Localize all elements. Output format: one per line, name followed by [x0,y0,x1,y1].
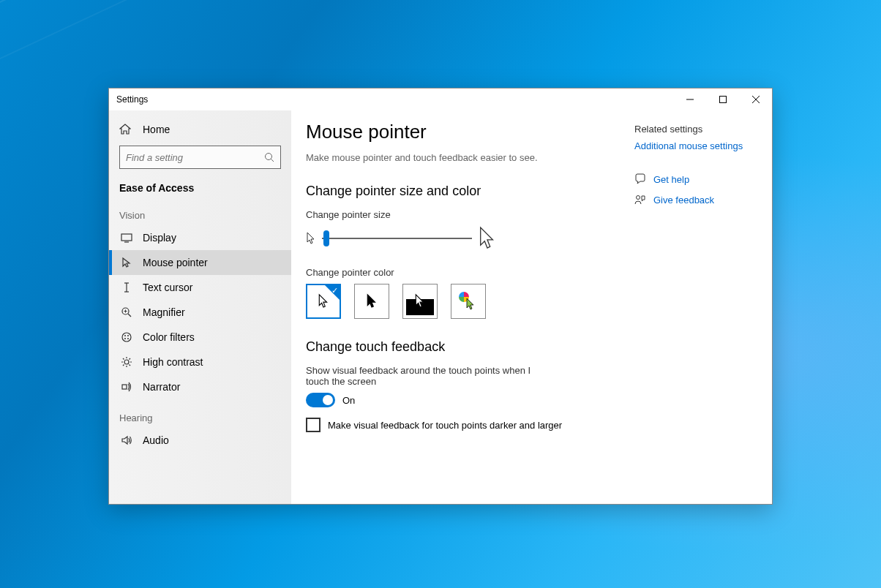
color-filters-icon [119,331,134,343]
home-icon [119,124,134,135]
svg-line-27 [123,365,124,366]
pointer-color-inverted[interactable] [402,284,438,319]
magnifier-icon [119,306,134,318]
pointer-size-slider[interactable] [322,238,472,239]
svg-line-12 [128,314,131,317]
checkbox-label: Make visual feedback for touch points da… [328,420,562,431]
svg-point-17 [127,335,129,336]
sidebar: Home Ease of Access Vision Display [109,110,291,504]
search-icon [264,152,274,162]
group-vision: Vision [109,197,291,225]
nav-label: Narrator [143,381,180,393]
svg-line-26 [130,365,131,366]
pointer-color-options: ✓ [306,284,611,319]
page-description: Make mouse pointer and touch feedback ea… [306,152,611,163]
nav-label: Color filters [143,331,195,343]
pointer-color-label: Change pointer color [306,267,611,278]
check-icon: ✓ [331,286,338,295]
svg-point-15 [122,333,131,342]
svg-rect-29 [122,385,127,389]
nav-label: High contrast [143,356,203,368]
pointer-size-label: Change pointer size [306,209,611,220]
nav-label: Magnifier [143,306,185,318]
touch-feedback-toggle[interactable] [306,393,335,407]
svg-line-25 [123,358,124,360]
search-input[interactable] [126,152,264,163]
svg-point-19 [127,338,129,339]
help-icon [634,173,646,185]
home-nav[interactable]: Home [109,118,291,141]
nav-label: Mouse pointer [143,257,208,268]
titlebar: Settings [109,88,772,110]
pointer-color-custom[interactable] [451,284,486,319]
additional-mouse-settings-link[interactable]: Additional mouse settings [634,140,763,151]
pointer-color-white[interactable]: ✓ [306,284,341,319]
window-controls [673,88,772,110]
page-title: Mouse pointer [306,121,611,143]
nav-high-contrast[interactable]: High contrast [109,350,291,374]
nav-narrator[interactable]: Narrator [109,374,291,399]
nav-mouse-pointer[interactable]: Mouse pointer [109,250,291,275]
maximize-button[interactable] [706,88,739,110]
nav-audio[interactable]: Audio [109,428,291,453]
settings-window: Settings Home [108,88,773,505]
text-cursor-icon [119,282,134,293]
svg-point-20 [124,360,129,364]
related-title: Related settings [634,124,763,135]
darker-larger-checkbox[interactable] [306,418,320,432]
svg-point-18 [124,338,126,339]
nav-label: Text cursor [143,282,192,293]
svg-point-31 [637,196,640,200]
nav-display[interactable]: Display [109,225,291,250]
close-button[interactable] [739,88,772,110]
related-column: Related settings Additional mouse settin… [626,110,772,504]
window-content: Home Ease of Access Vision Display [109,110,772,504]
svg-rect-6 [121,234,132,241]
svg-line-28 [130,358,131,360]
audio-icon [119,434,134,446]
high-contrast-icon [119,356,134,368]
svg-point-16 [124,335,126,336]
touch-section-title: Change touch feedback [306,339,611,355]
display-icon [119,232,134,244]
category-title: Ease of Access [109,176,291,197]
nav-magnifier[interactable]: Magnifier [109,300,291,325]
touch-toggle-row: On [306,393,611,407]
search-container [109,141,291,176]
pointer-section-title: Change pointer size and color [306,184,611,199]
feedback-icon [634,194,646,206]
checkbox-row: Make visual feedback for touch points da… [306,418,611,432]
home-label: Home [143,124,170,135]
pointer-size-row [306,226,611,251]
nav-label: Display [143,232,176,244]
cursor-large-icon [478,226,497,251]
narrator-icon [119,381,134,393]
nav-color-filters[interactable]: Color filters [109,325,291,350]
get-help-link[interactable]: Get help [653,174,689,185]
svg-line-5 [271,159,274,162]
cursor-small-icon [306,232,316,245]
main-area: Mouse pointer Make mouse pointer and tou… [291,110,772,504]
nav-label: Audio [143,434,169,446]
mouse-pointer-icon [119,257,134,268]
give-feedback-row: Give feedback [634,194,763,206]
svg-point-4 [266,154,272,160]
svg-rect-1 [719,97,726,103]
group-hearing: Hearing [109,399,291,428]
slider-thumb[interactable] [323,230,329,246]
pointer-color-black[interactable] [354,284,389,319]
search-box[interactable] [119,146,281,169]
minimize-button[interactable] [673,88,706,110]
get-help-row: Get help [634,173,763,185]
main-column: Mouse pointer Make mouse pointer and tou… [291,110,626,504]
window-title: Settings [116,94,673,105]
give-feedback-link[interactable]: Give feedback [653,195,714,206]
toggle-state: On [342,395,355,406]
touch-desc: Show visual feedback around the touch po… [306,365,547,387]
nav-text-cursor[interactable]: Text cursor [109,275,291,300]
